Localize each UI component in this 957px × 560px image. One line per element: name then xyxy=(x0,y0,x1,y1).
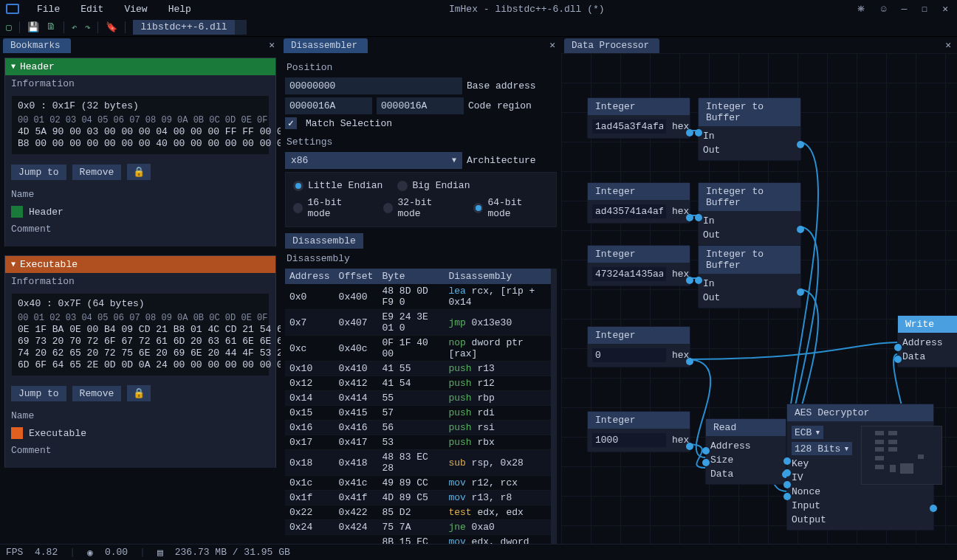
radio-32bit[interactable]: 32-bit mode xyxy=(383,197,459,219)
remove-button[interactable]: Remove xyxy=(72,165,122,180)
jump-to-button[interactable]: Jump to xyxy=(11,386,66,401)
chevron-down-icon: ▼ xyxy=(452,156,456,165)
smile-icon[interactable]: ☺ xyxy=(878,4,890,15)
save-icon[interactable]: 💾 xyxy=(27,21,39,33)
col-disassembly[interactable]: Disassembly xyxy=(444,269,551,284)
match-selection-checkbox[interactable]: ✓ xyxy=(285,117,297,129)
tab-bookmarks[interactable]: Bookmarks xyxy=(3,38,71,53)
col-offset[interactable]: Offset xyxy=(335,269,378,284)
table-row[interactable]: 0x150x41557push rdi xyxy=(285,406,551,421)
tab-disassembler[interactable]: Disassembler xyxy=(284,38,368,53)
jump-to-button[interactable]: Jump to xyxy=(11,165,66,180)
disassembly-label: Disassembly xyxy=(285,249,557,269)
integer-value-input[interactable] xyxy=(592,204,666,218)
col-address[interactable]: Address xyxy=(285,269,335,284)
table-row[interactable]: 0x220x42285 D2test edx, edx xyxy=(285,505,551,520)
close-panel-icon[interactable]: ✕ xyxy=(543,37,561,53)
data-processor-panel: Data Processor ✕ Integer hex xyxy=(561,37,957,544)
node-integer-4[interactable]: Integer hex xyxy=(587,326,690,367)
menu-file[interactable]: File xyxy=(28,2,69,16)
saveas-icon[interactable]: 🗎 xyxy=(47,21,56,32)
disassemble-button[interactable]: Disassemble xyxy=(285,233,363,249)
node-int-to-buffer-2[interactable]: Integer to Buffer InOut xyxy=(698,182,801,246)
gauge-icon: ◉ xyxy=(87,547,93,559)
code-region-end-input[interactable] xyxy=(377,97,464,114)
lock-icon[interactable]: 🔒 xyxy=(127,385,151,401)
integer-value-input[interactable] xyxy=(592,267,666,281)
remove-button[interactable]: Remove xyxy=(72,386,122,401)
table-row[interactable]: 0x120x41241 54push r12 xyxy=(285,376,551,391)
chevron-down-icon: ▼ xyxy=(11,260,16,269)
col-byte[interactable]: Byte xyxy=(377,269,444,284)
node-integer-3[interactable]: Integer hex xyxy=(587,245,690,286)
settings-label: Settings xyxy=(285,132,557,152)
table-row[interactable]: 0x180x41848 83 EC 28sub rsp, 0x28 xyxy=(285,450,551,476)
open-folder-icon[interactable]: ▢ xyxy=(6,21,12,33)
redo-icon[interactable]: ↷ xyxy=(85,21,91,33)
table-row[interactable]: 0x170x41753push rbx xyxy=(285,435,551,450)
hex-preview: 00 01 02 03 04 05 06 07 08 09 0A 0B 0C 0… xyxy=(15,311,266,373)
node-integer-2[interactable]: Integer hex xyxy=(587,182,690,224)
table-row[interactable]: 0x240x42475 7Ajne 0xa0 xyxy=(285,520,551,535)
color-swatch[interactable] xyxy=(11,206,23,218)
window-maximize-icon[interactable]: ☐ xyxy=(919,3,930,15)
table-row[interactable]: 0x100x41041 55push r13 xyxy=(285,362,551,376)
arch-dropdown[interactable]: x86▼ xyxy=(285,152,462,169)
node-int-to-buffer-1[interactable]: Integer to Buffer InOut xyxy=(698,97,801,161)
integer-value-input[interactable] xyxy=(592,120,666,134)
bookmark-icon[interactable]: 🔖 xyxy=(106,21,117,33)
arch-label: Architecture xyxy=(467,155,536,166)
color-swatch[interactable] xyxy=(11,427,23,439)
node-canvas[interactable]: Integer hex Integer to Buffer InOut Inte… xyxy=(561,53,957,544)
chevron-down-icon: ▼ xyxy=(11,63,16,71)
node-write[interactable]: Write Address Data xyxy=(897,315,957,367)
radio-big-endian[interactable]: Big Endian xyxy=(397,180,470,191)
chevron-down-icon: ▾ xyxy=(814,426,820,438)
table-row[interactable]: 0x00x40048 8D 0D F9 0lea rcx, [rip + 0x1… xyxy=(285,284,551,310)
table-row[interactable]: 0x70x407E9 24 3E 01 0jmp 0x13e30 xyxy=(285,310,551,336)
node-integer-1[interactable]: Integer hex xyxy=(587,97,690,139)
menu-edit[interactable]: Edit xyxy=(72,2,112,16)
node-integer-5[interactable]: Integer hex xyxy=(587,411,690,452)
comment-label: Comment xyxy=(5,221,275,238)
node-read[interactable]: Read Address Size Data xyxy=(705,418,786,485)
menu-help[interactable]: Help xyxy=(160,2,200,16)
range-label: 0x0 : 0x1F (32 bytes) xyxy=(15,99,266,113)
file-tab[interactable]: libstdc++-6.dll xyxy=(133,20,246,35)
minimap[interactable] xyxy=(861,426,942,485)
window-close-icon[interactable]: ✕ xyxy=(939,3,951,15)
code-region-label: Code region xyxy=(468,100,532,111)
tab-data-processor[interactable]: Data Processor xyxy=(564,38,659,53)
radio-16bit[interactable]: 16-bit mode xyxy=(293,197,368,219)
close-panel-icon[interactable]: ✕ xyxy=(939,37,957,53)
base-address-input[interactable] xyxy=(285,77,462,94)
radio-little-endian[interactable]: Little Endian xyxy=(293,180,383,191)
cpu-value: 0.00 xyxy=(105,547,128,558)
aes-mode-dropdown[interactable]: ECB ▾ xyxy=(792,426,823,439)
table-row[interactable]: 0x160x41656push rsi xyxy=(285,421,551,435)
table-row[interactable]: 0x1f0x41f4D 89 C5mov r13, r8 xyxy=(285,491,551,505)
table-row[interactable]: 0x140x41455push rbp xyxy=(285,391,551,406)
integer-value-input[interactable] xyxy=(592,433,666,447)
bookmark-collapse-header[interactable]: ▼Executable xyxy=(5,256,275,273)
table-row[interactable]: 0xc0x40c0F 1F 40 00nop dword ptr [rax] xyxy=(285,336,551,362)
lock-icon[interactable]: 🔒 xyxy=(127,164,151,180)
menu-view[interactable]: View xyxy=(115,2,156,16)
code-region-start-input[interactable] xyxy=(285,97,372,114)
close-panel-icon[interactable]: ✕ xyxy=(263,37,281,53)
bookmark-item: ▼Executable Information 0x40 : 0x7F (64 … xyxy=(4,255,276,468)
undo-icon[interactable]: ↶ xyxy=(72,21,78,33)
bug-icon[interactable]: ⛯ xyxy=(854,4,869,15)
name-label: Name xyxy=(5,186,275,203)
bookmark-collapse-header[interactable]: ▼Header xyxy=(5,58,275,75)
aes-keylen-dropdown[interactable]: 128 Bits ▾ xyxy=(792,442,852,455)
window-minimize-icon[interactable]: — xyxy=(899,4,910,15)
table-row[interactable]: 0x260x4268B 15 EC 0F 1mov edx, dword ptr… xyxy=(285,535,551,545)
integer-value-input[interactable] xyxy=(592,348,666,362)
status-bar: FPS 4.82 | ◉ 0.00 | ▤ 236.73 MB / 31.95 … xyxy=(0,544,957,560)
fps-label: FPS xyxy=(6,547,23,558)
radio-64bit[interactable]: 64-bit mode xyxy=(473,197,549,219)
scrollbar[interactable] xyxy=(551,269,557,544)
node-int-to-buffer-3[interactable]: Integer to Buffer InOut xyxy=(698,245,801,308)
table-row[interactable]: 0x1c0x41c49 89 CCmov r12, rcx xyxy=(285,476,551,491)
